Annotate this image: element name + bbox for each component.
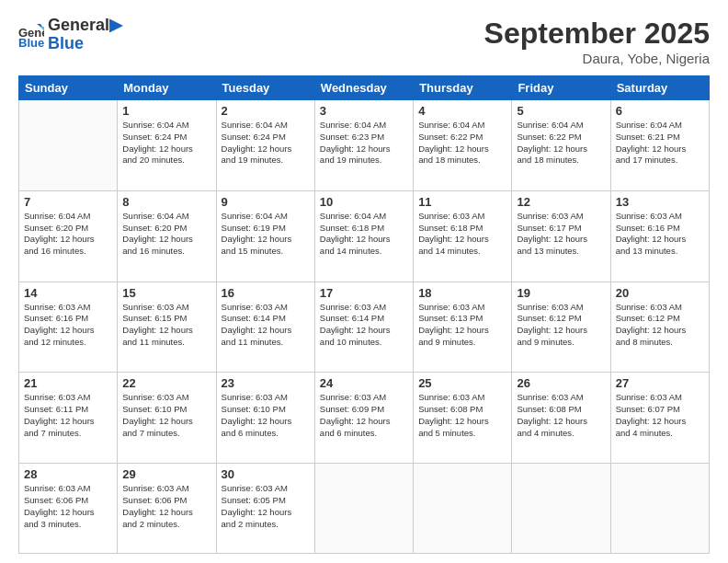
day-cell: 5Sunrise: 6:04 AM Sunset: 6:22 PM Daylig…: [512, 100, 610, 191]
day-number: 27: [616, 376, 704, 390]
day-cell: 2Sunrise: 6:04 AM Sunset: 6:24 PM Daylig…: [216, 100, 314, 191]
col-thursday: Thursday: [414, 76, 512, 100]
day-info: Sunrise: 6:03 AM Sunset: 6:09 PM Dayligh…: [320, 392, 408, 439]
week-row-5: 28Sunrise: 6:03 AM Sunset: 6:06 PM Dayli…: [19, 464, 710, 554]
day-info: Sunrise: 6:04 AM Sunset: 6:22 PM Dayligh…: [418, 120, 506, 167]
day-cell: [19, 100, 118, 191]
day-info: Sunrise: 6:04 AM Sunset: 6:23 PM Dayligh…: [320, 120, 408, 167]
week-row-4: 21Sunrise: 6:03 AM Sunset: 6:11 PM Dayli…: [19, 373, 710, 464]
location: Daura, Yobe, Nigeria: [484, 51, 710, 66]
day-info: Sunrise: 6:03 AM Sunset: 6:18 PM Dayligh…: [418, 211, 506, 258]
day-cell: 28Sunrise: 6:03 AM Sunset: 6:06 PM Dayli…: [19, 464, 118, 554]
day-info: Sunrise: 6:03 AM Sunset: 6:08 PM Dayligh…: [517, 392, 605, 439]
day-cell: 3Sunrise: 6:04 AM Sunset: 6:23 PM Daylig…: [314, 100, 413, 191]
day-number: 20: [616, 286, 704, 300]
day-info: Sunrise: 6:03 AM Sunset: 6:06 PM Dayligh…: [122, 483, 210, 530]
day-cell: 10Sunrise: 6:04 AM Sunset: 6:18 PM Dayli…: [314, 190, 413, 282]
day-number: 9: [222, 195, 310, 209]
day-number: 17: [320, 286, 408, 300]
day-cell: 6Sunrise: 6:04 AM Sunset: 6:21 PM Daylig…: [610, 100, 709, 191]
day-info: Sunrise: 6:03 AM Sunset: 6:14 PM Dayligh…: [320, 302, 408, 349]
day-info: Sunrise: 6:03 AM Sunset: 6:10 PM Dayligh…: [222, 392, 310, 439]
day-number: 24: [320, 376, 408, 390]
title-block: September 2025 Daura, Yobe, Nigeria: [484, 17, 710, 66]
day-number: 8: [122, 195, 210, 209]
day-info: Sunrise: 6:03 AM Sunset: 6:07 PM Dayligh…: [616, 392, 704, 439]
day-info: Sunrise: 6:04 AM Sunset: 6:20 PM Dayligh…: [24, 211, 112, 258]
logo-icon: General Blue: [18, 22, 44, 48]
day-info: Sunrise: 6:03 AM Sunset: 6:12 PM Dayligh…: [517, 302, 605, 349]
day-cell: 25Sunrise: 6:03 AM Sunset: 6:08 PM Dayli…: [414, 373, 512, 464]
day-number: 11: [418, 195, 506, 209]
day-number: 18: [418, 286, 506, 300]
day-cell: 8Sunrise: 6:04 AM Sunset: 6:20 PM Daylig…: [118, 190, 216, 282]
day-info: Sunrise: 6:03 AM Sunset: 6:12 PM Dayligh…: [616, 302, 704, 349]
day-cell: 17Sunrise: 6:03 AM Sunset: 6:14 PM Dayli…: [314, 282, 413, 373]
day-number: 2: [222, 104, 310, 118]
col-friday: Friday: [512, 76, 610, 100]
header: General Blue General▶ Blue September 202…: [18, 17, 710, 66]
day-cell: [512, 464, 610, 554]
week-row-1: 1Sunrise: 6:04 AM Sunset: 6:24 PM Daylig…: [19, 100, 710, 191]
day-cell: 19Sunrise: 6:03 AM Sunset: 6:12 PM Dayli…: [512, 282, 610, 373]
day-info: Sunrise: 6:03 AM Sunset: 6:05 PM Dayligh…: [222, 483, 310, 530]
week-row-3: 14Sunrise: 6:03 AM Sunset: 6:16 PM Dayli…: [19, 282, 710, 373]
day-number: 25: [418, 376, 506, 390]
day-number: 14: [24, 286, 112, 300]
day-number: 26: [517, 376, 605, 390]
day-cell: 16Sunrise: 6:03 AM Sunset: 6:14 PM Dayli…: [216, 282, 314, 373]
header-row: Sunday Monday Tuesday Wednesday Thursday…: [19, 76, 710, 100]
month-title: September 2025: [484, 17, 710, 51]
col-sunday: Sunday: [19, 76, 118, 100]
calendar: Sunday Monday Tuesday Wednesday Thursday…: [18, 75, 710, 554]
day-cell: 13Sunrise: 6:03 AM Sunset: 6:16 PM Dayli…: [610, 190, 709, 282]
day-number: 12: [517, 195, 605, 209]
day-number: 23: [222, 376, 310, 390]
day-cell: 11Sunrise: 6:03 AM Sunset: 6:18 PM Dayli…: [414, 190, 512, 282]
day-number: 22: [122, 376, 210, 390]
day-cell: 14Sunrise: 6:03 AM Sunset: 6:16 PM Dayli…: [19, 282, 118, 373]
day-number: 15: [122, 286, 210, 300]
col-tuesday: Tuesday: [216, 76, 314, 100]
day-number: 1: [122, 104, 210, 118]
day-cell: 23Sunrise: 6:03 AM Sunset: 6:10 PM Dayli…: [216, 373, 314, 464]
day-cell: 18Sunrise: 6:03 AM Sunset: 6:13 PM Dayli…: [414, 282, 512, 373]
day-cell: 24Sunrise: 6:03 AM Sunset: 6:09 PM Dayli…: [314, 373, 413, 464]
day-info: Sunrise: 6:03 AM Sunset: 6:11 PM Dayligh…: [24, 392, 112, 439]
page: General Blue General▶ Blue September 202…: [0, 0, 728, 563]
day-number: 7: [24, 195, 112, 209]
day-info: Sunrise: 6:03 AM Sunset: 6:06 PM Dayligh…: [24, 483, 112, 530]
day-info: Sunrise: 6:03 AM Sunset: 6:08 PM Dayligh…: [418, 392, 506, 439]
day-info: Sunrise: 6:04 AM Sunset: 6:18 PM Dayligh…: [320, 211, 408, 258]
day-info: Sunrise: 6:04 AM Sunset: 6:22 PM Dayligh…: [517, 120, 605, 167]
day-cell: 7Sunrise: 6:04 AM Sunset: 6:20 PM Daylig…: [19, 190, 118, 282]
day-cell: 30Sunrise: 6:03 AM Sunset: 6:05 PM Dayli…: [216, 464, 314, 554]
svg-text:Blue: Blue: [18, 36, 44, 48]
col-monday: Monday: [118, 76, 216, 100]
day-cell: 15Sunrise: 6:03 AM Sunset: 6:15 PM Dayli…: [118, 282, 216, 373]
day-cell: 21Sunrise: 6:03 AM Sunset: 6:11 PM Dayli…: [19, 373, 118, 464]
day-number: 3: [320, 104, 408, 118]
day-info: Sunrise: 6:03 AM Sunset: 6:16 PM Dayligh…: [24, 302, 112, 349]
day-number: 16: [222, 286, 310, 300]
day-cell: 29Sunrise: 6:03 AM Sunset: 6:06 PM Dayli…: [118, 464, 216, 554]
day-info: Sunrise: 6:03 AM Sunset: 6:17 PM Dayligh…: [517, 211, 605, 258]
day-cell: 20Sunrise: 6:03 AM Sunset: 6:12 PM Dayli…: [610, 282, 709, 373]
day-number: 5: [517, 104, 605, 118]
day-cell: 9Sunrise: 6:04 AM Sunset: 6:19 PM Daylig…: [216, 190, 314, 282]
col-wednesday: Wednesday: [314, 76, 413, 100]
day-cell: [610, 464, 709, 554]
day-info: Sunrise: 6:04 AM Sunset: 6:24 PM Dayligh…: [222, 120, 310, 167]
day-info: Sunrise: 6:04 AM Sunset: 6:24 PM Dayligh…: [122, 120, 210, 167]
day-info: Sunrise: 6:03 AM Sunset: 6:13 PM Dayligh…: [418, 302, 506, 349]
day-number: 29: [122, 467, 210, 481]
day-info: Sunrise: 6:04 AM Sunset: 6:20 PM Dayligh…: [122, 211, 210, 258]
day-cell: 4Sunrise: 6:04 AM Sunset: 6:22 PM Daylig…: [414, 100, 512, 191]
day-number: 30: [222, 467, 310, 481]
day-number: 10: [320, 195, 408, 209]
day-info: Sunrise: 6:03 AM Sunset: 6:10 PM Dayligh…: [122, 392, 210, 439]
day-info: Sunrise: 6:03 AM Sunset: 6:14 PM Dayligh…: [222, 302, 310, 349]
day-info: Sunrise: 6:04 AM Sunset: 6:21 PM Dayligh…: [616, 120, 704, 167]
day-info: Sunrise: 6:04 AM Sunset: 6:19 PM Dayligh…: [222, 211, 310, 258]
day-number: 4: [418, 104, 506, 118]
